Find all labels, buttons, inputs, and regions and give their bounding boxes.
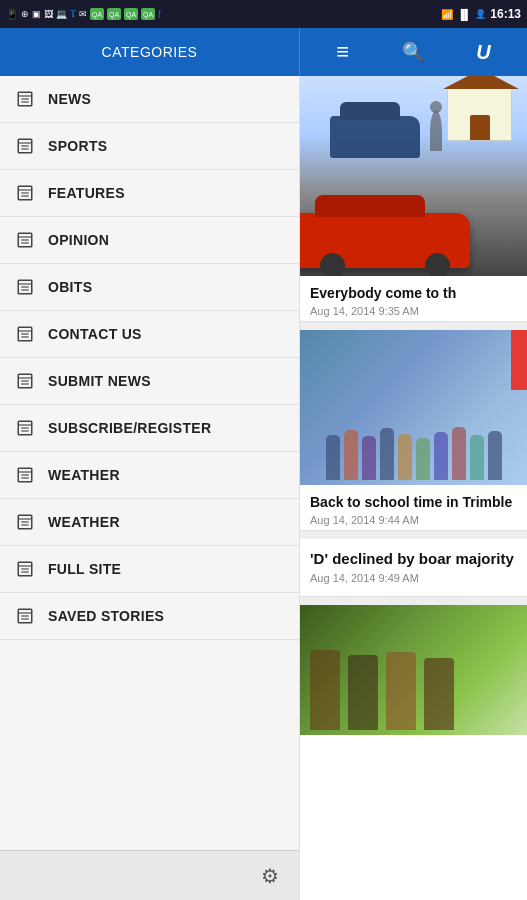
submit-news-icon	[14, 370, 36, 392]
sidebar-item-contact-us-label: CONTACT US	[48, 326, 142, 342]
op3	[386, 652, 416, 730]
status-bar-right: 📶 ▐▌ 👤 16:13	[441, 7, 521, 21]
outdoor-people	[300, 645, 527, 735]
app-badge-2: QA	[107, 8, 121, 20]
article-3-date: Aug 14, 2014 9:49 AM	[310, 572, 517, 584]
p6	[416, 438, 430, 480]
sidebar-item-news-label: NEWS	[48, 91, 91, 107]
opinion-icon	[14, 229, 36, 251]
p10	[488, 431, 502, 480]
sidebar-item-contact-us[interactable]: CONTACT US	[0, 311, 299, 358]
p1	[326, 435, 340, 480]
sidebar-item-opinion-label: OPINION	[48, 232, 109, 248]
article-4[interactable]	[300, 605, 527, 735]
op1	[310, 650, 340, 730]
gps-icon: ⊕	[21, 9, 29, 19]
sidebar-item-submit-news-label: SUBMIT NEWS	[48, 373, 151, 389]
features-icon	[14, 182, 36, 204]
person-head	[430, 101, 442, 113]
wifi-icon: 📶	[441, 9, 453, 20]
red-badge	[511, 330, 527, 390]
contact-icon	[14, 323, 36, 345]
article-4-image	[300, 605, 527, 735]
car-red-roof	[315, 195, 425, 217]
sidebar-item-weather2-label: WEATHER	[48, 514, 120, 530]
sidebar-item-full-site[interactable]: FULL SITE	[0, 546, 299, 593]
p4	[380, 428, 394, 480]
op4	[424, 658, 454, 730]
sidebar-item-submit-news[interactable]: SUBMIT NEWS	[0, 358, 299, 405]
phone-icon: 📱	[6, 9, 18, 20]
divider-1	[300, 322, 527, 330]
obits-icon	[14, 276, 36, 298]
sidebar-item-saved-stories[interactable]: SAVED STORIES	[0, 593, 299, 640]
image-icon: 🖼	[44, 9, 53, 19]
weather1-icon	[14, 464, 36, 486]
facebook-icon: f	[158, 9, 161, 20]
subscribe-icon	[14, 417, 36, 439]
house-shape	[447, 86, 512, 141]
divider-3	[300, 597, 527, 605]
article-1-date: Aug 14, 2014 9:35 AM	[310, 305, 517, 317]
status-bar: 📱 ⊕ ▣ 🖼 💻 𝕋 ✉ QA QA QA QA f 📶 ▐▌ 👤 16:13	[0, 0, 527, 28]
toolbar-right: ≡ 🔍 U	[300, 39, 527, 65]
sidebar: NEWS SPORTS FEATURES OPINION	[0, 76, 300, 900]
toolbar-left: CATEGORIES	[0, 28, 300, 76]
sidebar-item-subscribe[interactable]: SUBSCRIBE/REGISTER	[0, 405, 299, 452]
app-toolbar: CATEGORIES ≡ 🔍 U	[0, 28, 527, 76]
twitter-icon: 𝕋	[70, 9, 76, 19]
sidebar-item-news[interactable]: NEWS	[0, 76, 299, 123]
sidebar-item-sports-label: SPORTS	[48, 138, 107, 154]
news-icon	[14, 88, 36, 110]
user-icon: 👤	[475, 9, 486, 19]
sidebar-item-obits[interactable]: OBITS	[0, 264, 299, 311]
sidebar-item-opinion[interactable]: OPINION	[0, 217, 299, 264]
article-3-title: 'D' declined by boar majority	[310, 549, 517, 569]
p9	[470, 435, 484, 480]
settings-icon[interactable]: ⚙	[261, 864, 279, 888]
article-1-image	[300, 76, 527, 276]
door-shape	[470, 115, 490, 140]
people-row	[326, 427, 502, 480]
sidebar-item-weather1[interactable]: WEATHER	[0, 452, 299, 499]
wheel-rear	[425, 253, 450, 276]
sidebar-item-weather2[interactable]: WEATHER	[0, 499, 299, 546]
sidebar-item-obits-label: OBITS	[48, 279, 92, 295]
sidebar-item-features[interactable]: FEATURES	[0, 170, 299, 217]
status-bar-left: 📱 ⊕ ▣ 🖼 💻 𝕋 ✉ QA QA QA QA f	[6, 8, 161, 20]
sports-icon	[14, 135, 36, 157]
weather2-icon	[14, 511, 36, 533]
app-logo: U	[476, 41, 490, 64]
app-badge-4: QA	[141, 8, 155, 20]
car-red	[300, 213, 470, 268]
op2	[348, 655, 378, 730]
main-content: NEWS SPORTS FEATURES OPINION	[0, 76, 527, 900]
article-1-caption: Everybody come to th Aug 14, 2014 9:35 A…	[300, 276, 527, 322]
search-icon[interactable]: 🔍	[402, 41, 424, 63]
divider-2	[300, 531, 527, 539]
sidebar-item-sports[interactable]: SPORTS	[0, 123, 299, 170]
article-1-title: Everybody come to th	[310, 284, 517, 302]
saved-stories-icon	[14, 605, 36, 627]
article-2[interactable]: Back to school time in Trimble Aug 14, 2…	[300, 330, 527, 531]
right-panel: Everybody come to th Aug 14, 2014 9:35 A…	[300, 76, 527, 900]
p5	[398, 434, 412, 480]
article-3[interactable]: 'D' declined by boar majority Aug 14, 20…	[300, 539, 527, 597]
people-group	[300, 422, 527, 485]
article-1[interactable]: Everybody come to th Aug 14, 2014 9:35 A…	[300, 76, 527, 322]
p2	[344, 430, 358, 480]
notification-icon: ▣	[32, 9, 41, 19]
monitor-icon: 💻	[56, 9, 67, 19]
mail-icon: ✉	[79, 9, 87, 19]
sidebar-footer: ⚙	[0, 850, 299, 900]
p7	[434, 432, 448, 480]
full-site-icon	[14, 558, 36, 580]
sidebar-item-weather1-label: WEATHER	[48, 467, 120, 483]
menu-icon[interactable]: ≡	[336, 39, 349, 65]
p8	[452, 427, 466, 480]
sidebar-item-features-label: FEATURES	[48, 185, 125, 201]
car-blue-roof	[340, 102, 400, 120]
app-badge-3: QA	[124, 8, 138, 20]
car-blue	[330, 116, 420, 158]
app-badge-1: QA	[90, 8, 104, 20]
